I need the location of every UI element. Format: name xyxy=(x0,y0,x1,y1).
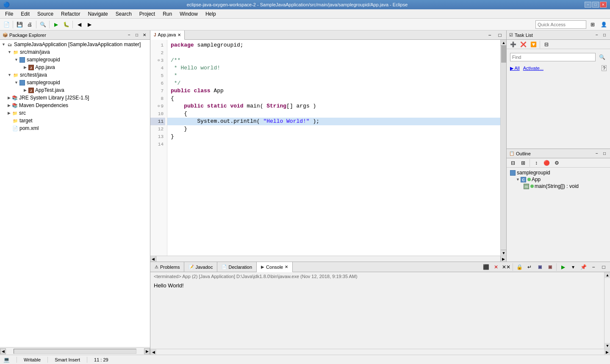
task-activate-link[interactable]: Activate... xyxy=(523,66,543,71)
menu-source[interactable]: Source xyxy=(34,10,57,18)
console-maximize-btn[interactable]: □ xyxy=(599,262,608,272)
menu-file[interactable]: File xyxy=(2,10,17,18)
tree-item-samplegroupid-main[interactable]: ▼ samplegroupid xyxy=(0,56,150,63)
collapse-app-java[interactable]: ▶ xyxy=(24,65,27,69)
menu-edit[interactable]: Edit xyxy=(17,10,33,18)
outline-item-samplegroupid[interactable]: samplegroupid xyxy=(508,169,608,176)
console-collapse-btn[interactable]: − xyxy=(589,262,598,272)
package-explorer-maximize[interactable]: □ xyxy=(134,32,140,38)
scroll-up-btn[interactable]: ▲ xyxy=(501,40,506,46)
console-hscroll-left[interactable]: ◀ xyxy=(150,349,156,355)
console-pin-btn[interactable]: 📌 xyxy=(579,262,588,272)
tree-item-jre[interactable]: ▶ 📚 JRE System Library [J2SE-1.5] xyxy=(0,94,150,102)
tree-item-pom[interactable]: 📄 pom.xml xyxy=(0,124,150,132)
console-hscroll-right[interactable]: ▶ xyxy=(604,349,610,355)
scroll-bar-horizontal[interactable] xyxy=(14,349,136,354)
collapse-src-main[interactable]: ▼ xyxy=(8,50,11,54)
task-find-btn[interactable]: 🔍 xyxy=(597,52,607,62)
package-explorer-hscroll[interactable]: ◀ ▶ xyxy=(0,347,150,355)
quick-access-input[interactable] xyxy=(535,20,586,29)
tab-console[interactable]: ▶ Console ✕ xyxy=(257,262,293,272)
scroll-left-btn[interactable]: ◀ xyxy=(150,256,156,262)
outline-btn-3[interactable]: ↕ xyxy=(532,158,541,168)
menu-navigate[interactable]: Navigate xyxy=(84,10,111,18)
console-scroll-down[interactable]: ▼ xyxy=(604,343,610,349)
task-filter-btn[interactable]: 🔽 xyxy=(529,40,538,49)
menu-project[interactable]: Project xyxy=(136,10,158,18)
prev-button[interactable]: ◀ xyxy=(75,20,84,29)
task-help-btn[interactable]: ? xyxy=(602,65,607,71)
menu-help[interactable]: Help xyxy=(202,10,219,18)
tab-console-close-icon[interactable]: ✕ xyxy=(285,265,288,269)
collapse-maven[interactable]: ▶ xyxy=(8,103,11,108)
outline-btn-1[interactable]: ⊟ xyxy=(508,158,518,168)
editor-maximize[interactable]: □ xyxy=(495,30,505,40)
console-show-console2-btn[interactable]: ▣ xyxy=(545,262,555,272)
menu-search[interactable]: Search xyxy=(112,10,135,18)
tree-item-root[interactable]: ▼ 🗂 SampleJavaApplication [SampleJavaApp… xyxy=(0,41,150,48)
open-perspective-button[interactable]: ⊞ xyxy=(588,20,597,29)
outline-btn-5[interactable]: ⚙ xyxy=(552,158,561,168)
tree-item-src-folder[interactable]: ▶ 📁 src xyxy=(0,109,150,117)
maximize-button[interactable]: □ xyxy=(592,2,599,8)
save-button[interactable]: 💾 xyxy=(15,20,24,29)
console-vscroll[interactable]: ▲ ▼ xyxy=(604,272,610,349)
menu-run[interactable]: Run xyxy=(159,10,175,18)
task-find-input[interactable] xyxy=(510,53,596,61)
package-explorer-close[interactable]: ✕ xyxy=(141,32,147,38)
editor-minimize[interactable]: − xyxy=(485,30,494,40)
print-button[interactable]: 🖨 xyxy=(25,20,34,29)
new-button[interactable]: 📄 xyxy=(2,20,11,29)
collapse-samplegroupid-main[interactable]: ▼ xyxy=(14,58,18,62)
collapse-src-folder[interactable]: ▶ xyxy=(8,111,11,115)
collapse-src-test[interactable]: ▼ xyxy=(8,73,11,77)
collapse-apptest-java[interactable]: ▶ xyxy=(24,88,27,92)
console-scroll-up[interactable]: ▲ xyxy=(604,272,610,278)
editor-tab-close[interactable]: ✕ xyxy=(177,33,181,37)
run-button[interactable]: ▶ xyxy=(51,20,61,29)
console-dropdown-btn[interactable]: ▾ xyxy=(568,262,578,272)
editor-tab-app-java[interactable]: J App.java ✕ xyxy=(150,30,185,40)
console-rerun-btn[interactable]: ▶ xyxy=(558,262,568,272)
editor-hscroll[interactable]: ◀ ▶ xyxy=(150,256,506,262)
task-collapse-btn[interactable]: ⊟ xyxy=(542,40,551,49)
outline-item-main[interactable]: m main(String[]) : void xyxy=(508,183,608,190)
tree-item-app-java[interactable]: ▶ J App.java xyxy=(0,63,150,71)
tab-problems[interactable]: ⚠ Problems xyxy=(150,262,184,272)
outline-minimize[interactable]: − xyxy=(594,151,600,157)
task-list-minimize[interactable]: − xyxy=(594,32,600,38)
tree-item-target[interactable]: 📁 target xyxy=(0,117,150,124)
task-add-btn[interactable]: ➕ xyxy=(508,40,518,49)
collapse-root[interactable]: ▼ xyxy=(2,42,6,47)
editor-vscroll[interactable]: ▲ ▼ xyxy=(500,40,506,256)
icon-bar-button[interactable]: 👤 xyxy=(599,20,608,29)
task-list-maximize[interactable]: □ xyxy=(602,32,607,38)
task-delete-btn[interactable]: ❌ xyxy=(518,40,528,49)
code-editor[interactable]: package samplegroupid; /** * Hello world… xyxy=(167,40,500,256)
scroll-down-btn[interactable]: ▼ xyxy=(501,250,506,256)
tree-item-src-main[interactable]: ▼ 📁 src/main/java xyxy=(0,48,150,56)
task-all-link[interactable]: ▶ All xyxy=(510,66,520,71)
scroll-left-arrow[interactable]: ◀ xyxy=(0,348,6,354)
tree-item-samplegroupid-test[interactable]: ▼ samplegroupid xyxy=(0,79,150,86)
scroll-right-btn[interactable]: ▶ xyxy=(500,256,506,262)
collapse-outline-app[interactable]: ▼ xyxy=(516,177,520,182)
console-remove-all-btn[interactable]: ✕✕ xyxy=(502,262,511,272)
outline-maximize[interactable]: □ xyxy=(602,151,607,157)
next-button[interactable]: ▶ xyxy=(85,20,94,29)
console-remove-btn[interactable]: ✕ xyxy=(491,262,501,272)
minimize-button[interactable]: − xyxy=(585,2,591,8)
collapse-jre[interactable]: ▶ xyxy=(8,96,11,100)
tree-item-maven[interactable]: ▶ 📚 Maven Dependencies xyxy=(0,102,150,109)
tab-javadoc[interactable]: 📝 Javadoc xyxy=(184,262,217,272)
debug-button[interactable]: 🐛 xyxy=(61,20,71,29)
menu-window[interactable]: Window xyxy=(176,10,201,18)
scroll-right-arrow[interactable]: ▶ xyxy=(144,348,150,354)
collapse-samplegroupid-test[interactable]: ▼ xyxy=(14,80,18,85)
console-show-console-btn[interactable]: ▣ xyxy=(535,262,544,272)
search-button[interactable]: 🔍 xyxy=(38,20,47,29)
package-explorer-minimize[interactable]: − xyxy=(126,32,132,38)
menu-refactor[interactable]: Refactor xyxy=(58,10,83,18)
tab-declaration[interactable]: 📄 Declaration xyxy=(217,262,257,272)
console-hscroll[interactable]: ◀ ▶ xyxy=(150,349,610,355)
